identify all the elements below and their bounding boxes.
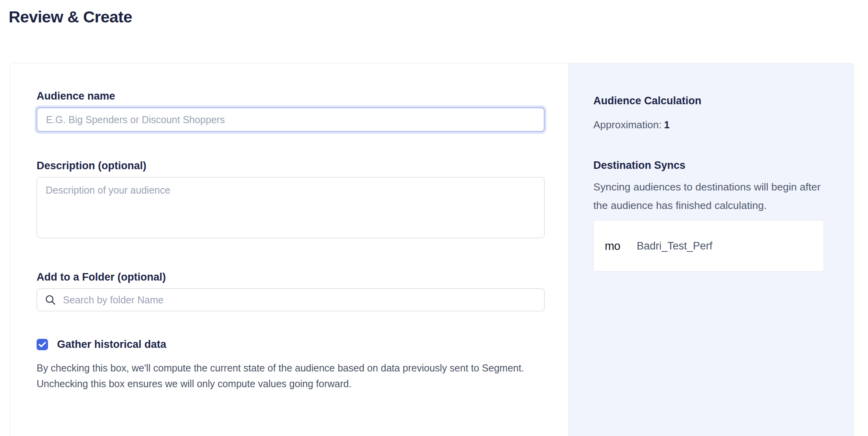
destination-sync-item: mo Badri_Test_Perf [593,220,824,272]
description-label: Description (optional) [37,160,568,172]
approximation-value: 1 [664,119,669,131]
destination-syncs-heading: Destination Syncs [593,159,823,172]
summary-sidebar: Audience Calculation Approximation:1 Des… [568,63,853,436]
approximation-row: Approximation:1 [593,119,823,131]
gather-historical-checkbox[interactable] [37,339,48,350]
audience-name-label: Audience name [37,90,568,102]
checkmark-icon [39,342,46,347]
destination-syncs-description: Syncing audiences to destinations will b… [593,178,823,215]
audience-calculation-heading: Audience Calculation [593,95,823,107]
audience-name-input[interactable] [37,107,545,132]
destination-name: Badri_Test_Perf [637,240,712,252]
gather-historical-label: Gather historical data [57,338,166,351]
folder-search-input[interactable] [37,288,545,311]
folder-label: Add to a Folder (optional) [37,271,568,283]
audience-form: Audience name Description (optional) Add… [10,63,568,436]
folder-search [37,288,545,311]
page-title: Review & Create [9,8,132,26]
historical-data-row: Gather historical data [37,338,568,351]
destination-logo-icon: mo [605,240,620,253]
description-textarea[interactable] [37,177,545,238]
historical-help-text: By checking this box, we'll compute the … [37,360,552,392]
review-create-card: Audience name Description (optional) Add… [10,63,854,436]
approximation-label: Approximation: [593,119,661,131]
